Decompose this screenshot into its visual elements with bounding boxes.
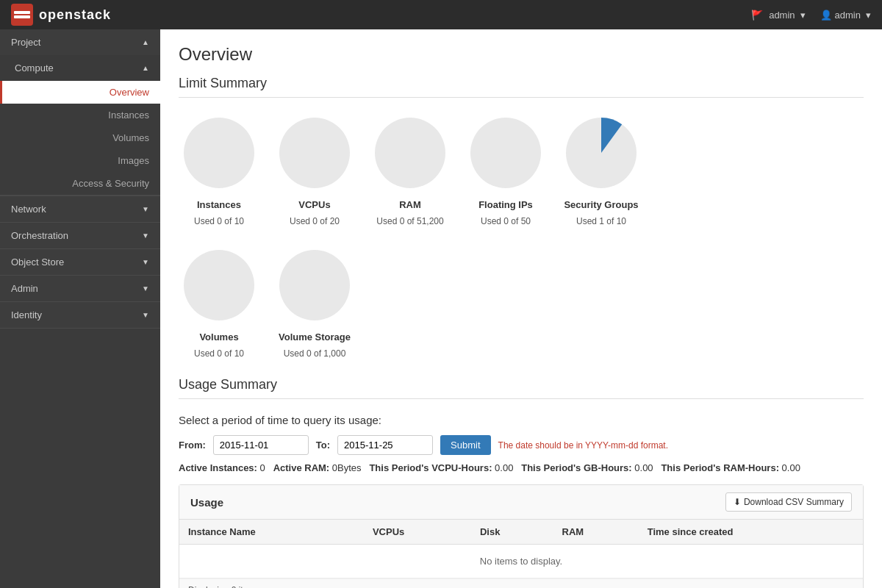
sidebar-item-instances[interactable]: Instances bbox=[0, 104, 160, 126]
sidebar-project-label: Project bbox=[11, 37, 40, 48]
sidebar-identity-label: Identity bbox=[11, 309, 42, 320]
chart-vcpus: VCPUs Used 0 of 20 bbox=[274, 112, 355, 226]
date-form: From: To: Submit The date should be in Y… bbox=[179, 435, 864, 455]
sidebar-images-label: Images bbox=[118, 155, 149, 166]
floating-ips-chart-label: Floating IPs bbox=[478, 199, 533, 210]
instances-chart-icon bbox=[179, 112, 259, 193]
svg-point-5 bbox=[375, 118, 445, 188]
limit-summary-title: Limit Summary bbox=[179, 76, 864, 98]
logo: openstack bbox=[11, 4, 111, 26]
table-header-row: Instance Name VCPUs Disk RAM Time since … bbox=[179, 520, 863, 545]
security-groups-chart-label: Security Groups bbox=[564, 199, 638, 210]
sidebar-volumes-label: Volumes bbox=[112, 132, 149, 143]
region-selector[interactable]: 🚩 admin ▾ bbox=[751, 10, 805, 21]
orchestration-chevron-icon: ▼ bbox=[142, 232, 149, 240]
volume-storage-chart-label: Volume Storage bbox=[279, 331, 351, 343]
sidebar-overview-label: Overview bbox=[110, 87, 149, 98]
svg-point-9 bbox=[279, 250, 350, 320]
sidebar-header-project[interactable]: Project ▲ bbox=[0, 29, 160, 55]
vcpus-chart-label: VCPUs bbox=[298, 199, 330, 210]
volume-storage-chart-sublabel: Used 0 of 1,000 bbox=[284, 348, 346, 359]
network-chevron-icon: ▼ bbox=[142, 205, 149, 213]
project-chevron-icon: ▲ bbox=[142, 38, 149, 46]
instances-chart-sublabel: Used 0 of 10 bbox=[194, 216, 244, 226]
usage-summary-title: Usage Summary bbox=[179, 377, 864, 399]
object-store-chevron-icon: ▼ bbox=[142, 258, 149, 266]
page-title: Overview bbox=[179, 44, 864, 65]
region-label: admin bbox=[769, 10, 795, 21]
svg-point-3 bbox=[184, 118, 254, 188]
user-menu[interactable]: 👤 admin ▾ bbox=[820, 10, 871, 21]
chart-volumes: Volumes Used 0 of 10 bbox=[179, 245, 259, 359]
usage-summary-section: Usage Summary Select a period of time to… bbox=[179, 377, 864, 588]
chart-instances: Instances Used 0 of 10 bbox=[179, 112, 259, 226]
sidebar-item-overview[interactable]: Overview bbox=[0, 81, 160, 104]
active-info: Active Instances: 0 Active RAM: 0Bytes T… bbox=[179, 462, 864, 473]
volumes-chart-icon bbox=[179, 245, 259, 326]
svg-point-6 bbox=[470, 118, 541, 188]
vcpus-chart-icon bbox=[274, 112, 355, 193]
usage-subtitle: Select a period of time to query its usa… bbox=[179, 414, 864, 426]
sidebar-section-identity: Identity ▼ bbox=[0, 302, 160, 329]
svg-rect-2 bbox=[14, 15, 30, 18]
sidebar-section-orchestration: Orchestration ▼ bbox=[0, 223, 160, 249]
region-chevron-icon: ▾ bbox=[800, 10, 806, 21]
content-area: Overview Limit Summary Instances Used 0 … bbox=[160, 29, 882, 588]
no-items-text: No items to display. bbox=[179, 545, 863, 578]
ram-chart-icon bbox=[370, 112, 451, 193]
usage-box-title: Usage bbox=[190, 496, 223, 509]
th-vcpus: VCPUs bbox=[364, 520, 471, 545]
topbar-right: 🚩 admin ▾ 👤 admin ▾ bbox=[751, 10, 871, 21]
volumes-chart-sublabel: Used 0 of 10 bbox=[194, 348, 244, 359]
sidebar-item-access-security[interactable]: Access & Security bbox=[0, 172, 160, 195]
from-label: From: bbox=[179, 440, 206, 451]
topbar: openstack 🚩 admin ▾ 👤 admin ▾ bbox=[0, 0, 882, 29]
th-time-since-created: Time since created bbox=[639, 520, 863, 545]
sidebar-section-project: Project ▲ Compute ▲ Overview Instances V… bbox=[0, 29, 160, 196]
download-btn-label: Download CSV Summary bbox=[744, 497, 844, 507]
chart-security-groups: Security Groups Used 1 of 10 bbox=[561, 112, 642, 226]
chart-volume-storage: Volume Storage Used 0 of 1,000 bbox=[274, 245, 355, 359]
sidebar-access-security-label: Access & Security bbox=[72, 178, 149, 189]
sidebar-item-images[interactable]: Images bbox=[0, 149, 160, 172]
compute-chevron-icon: ▲ bbox=[142, 64, 149, 72]
th-disk: Disk bbox=[471, 520, 553, 545]
volume-storage-chart-icon bbox=[274, 245, 355, 326]
svg-rect-1 bbox=[14, 11, 30, 14]
sidebar-compute-label: Compute bbox=[15, 62, 54, 74]
sidebar-header-compute[interactable]: Compute ▲ bbox=[0, 55, 160, 81]
openstack-logo-icon bbox=[11, 4, 33, 26]
sidebar-item-volumes[interactable]: Volumes bbox=[0, 126, 160, 149]
floating-ips-chart-icon bbox=[465, 112, 546, 193]
displaying-count: Displaying 0 items bbox=[179, 578, 863, 588]
download-icon: ⬇ bbox=[734, 497, 741, 507]
to-date-input[interactable] bbox=[337, 435, 433, 455]
sidebar-header-identity[interactable]: Identity ▼ bbox=[0, 302, 160, 328]
sidebar-header-orchestration[interactable]: Orchestration ▼ bbox=[0, 223, 160, 248]
svg-point-4 bbox=[279, 118, 350, 188]
charts-row-2: Volumes Used 0 of 10 Volume Storage Used… bbox=[179, 245, 864, 359]
user-label: admin bbox=[835, 10, 861, 21]
th-ram: RAM bbox=[553, 520, 639, 545]
user-chevron-icon: ▾ bbox=[866, 10, 871, 21]
sidebar-header-network[interactable]: Network ▼ bbox=[0, 196, 160, 222]
volumes-chart-label: Volumes bbox=[199, 331, 238, 343]
floating-ips-chart-sublabel: Used 0 of 50 bbox=[481, 216, 531, 226]
user-icon: 👤 bbox=[820, 10, 832, 21]
submit-button[interactable]: Submit bbox=[440, 435, 490, 455]
sidebar-header-object-store[interactable]: Object Store ▼ bbox=[0, 249, 160, 275]
download-csv-button[interactable]: ⬇ Download CSV Summary bbox=[725, 492, 852, 512]
date-hint: The date should be in YYYY-mm-dd format. bbox=[498, 440, 668, 451]
sidebar-section-admin: Admin ▼ bbox=[0, 276, 160, 302]
sidebar-object-store-label: Object Store bbox=[11, 257, 64, 268]
sidebar-section-compute: Compute ▲ Overview Instances Volumes Ima… bbox=[0, 55, 160, 196]
ram-chart-sublabel: Used 0 of 51,200 bbox=[376, 216, 443, 226]
sidebar-header-admin[interactable]: Admin ▼ bbox=[0, 276, 160, 301]
vcpus-chart-sublabel: Used 0 of 20 bbox=[290, 216, 340, 226]
usage-table: Instance Name VCPUs Disk RAM Time since … bbox=[179, 520, 863, 578]
main-layout: Project ▲ Compute ▲ Overview Instances V… bbox=[0, 29, 882, 588]
instances-chart-label: Instances bbox=[197, 199, 241, 210]
table-row-no-items: No items to display. bbox=[179, 545, 863, 578]
svg-rect-0 bbox=[11, 4, 33, 26]
from-date-input[interactable] bbox=[213, 435, 309, 455]
